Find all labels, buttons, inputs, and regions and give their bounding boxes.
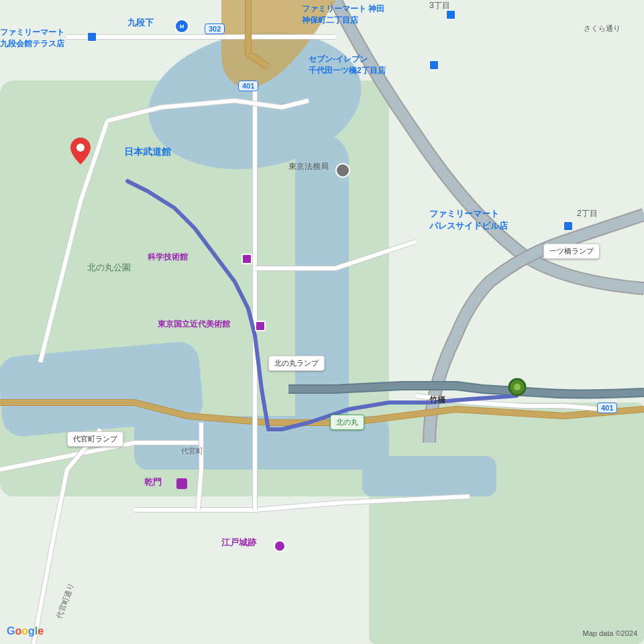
kudanshita-station-icon: M [174, 19, 189, 34]
start-marker [508, 378, 527, 399]
label-daikancho: 代官町 [181, 446, 203, 456]
destination-marker [70, 138, 91, 167]
family-mart-kanda-icon [446, 10, 455, 19]
family-mart-kudan-icon [87, 32, 97, 42]
svg-point-0 [76, 144, 85, 152]
badge-hitotsubashi-ramp: 一ツ橋ランプ [543, 244, 600, 259]
bijutsukan-icon [255, 321, 266, 331]
edojo-icon [274, 540, 286, 552]
family-mart-palace-icon [564, 221, 573, 231]
label-edojo: 江戸城跡 [221, 537, 256, 549]
badge-daikancho-ramp: 代官町ランプ [67, 431, 123, 447]
label-takebashi: 竹橋 [429, 394, 445, 406]
svg-point-2 [514, 384, 521, 390]
map-data-attribution: Map data ©2024 [583, 629, 638, 637]
label-seven-eleven: セブン-イレブン千代田一ツ橋2丁目店 [309, 54, 386, 76]
label-family-mart-kanda: ファミリーマート 神田神保町二丁目店 [302, 3, 384, 26]
label-family-mart-kudan: ファミリーマート九段会館テラス店 [0, 27, 64, 50]
label-nippon-budokan: 日本武道館 [124, 146, 171, 158]
road-number-401-bottom: 401 [597, 402, 617, 413]
label-family-mart-palace: ファミリーマートパレスサイドビル店 [429, 208, 508, 232]
road-number-302: 302 [205, 23, 225, 34]
inuimon-icon [176, 478, 187, 489]
road-route-overlay [0, 0, 644, 644]
seven-eleven-icon [429, 60, 439, 70]
badge-kitanomaru-ramp: 北の丸ランプ [268, 356, 325, 371]
label-kagaku: 科学技術館 [148, 252, 188, 263]
label-bijutsukan: 東京国立近代美術館 [158, 319, 230, 330]
badge-kitanomaru: 北の丸 [330, 415, 364, 430]
map-container: 302 401 401 ファミリーマート九段会館テラス店 ファミリーマート 神田… [0, 0, 644, 644]
label-inuimon: 乾門 [144, 476, 162, 488]
homukyoku-icon [335, 163, 350, 178]
google-logo: Google [7, 625, 44, 637]
kagaku-icon [241, 254, 252, 264]
road-number-401-top: 401 [238, 80, 258, 91]
